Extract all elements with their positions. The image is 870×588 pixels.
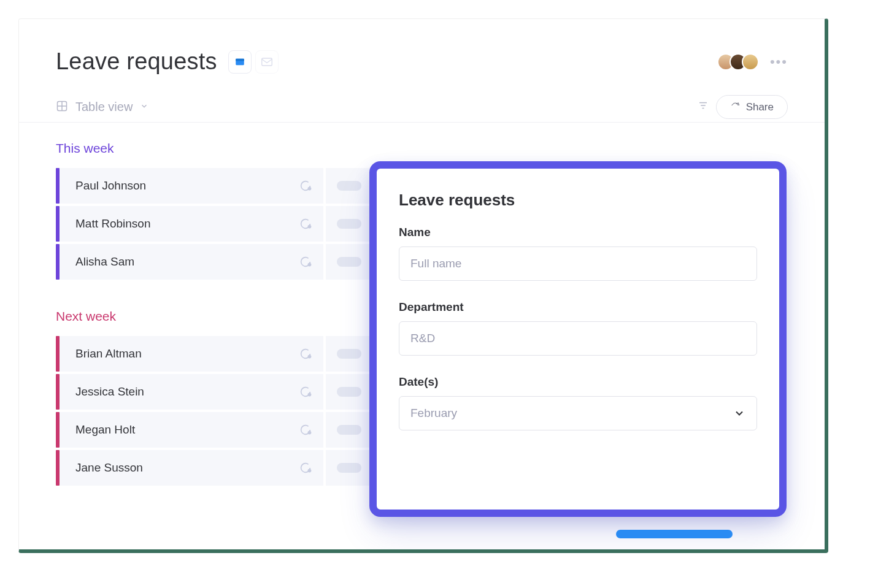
- field-name: Name Full name: [399, 226, 757, 281]
- grid-icon: [56, 100, 68, 115]
- item-name: Brian Altman: [75, 347, 142, 361]
- status-pill: [337, 219, 361, 229]
- name-cell[interactable]: Matt Robinson: [60, 206, 323, 242]
- chevron-down-icon[interactable]: [140, 102, 148, 113]
- board-header: Leave requests •••: [19, 19, 825, 75]
- status-pill: [337, 425, 361, 435]
- department-input[interactable]: R&D: [399, 321, 757, 356]
- header-icons: [228, 50, 279, 74]
- item-name: Jane Susson: [75, 461, 143, 475]
- svg-point-9: [307, 187, 311, 191]
- item-name: Paul Johnson: [75, 179, 146, 193]
- field-department: Department R&D: [399, 300, 757, 356]
- app-window: Leave requests ••• Table view: [18, 18, 828, 553]
- status-pill: [337, 181, 361, 191]
- field-label: Department: [399, 300, 757, 314]
- item-name: Megan Holt: [75, 423, 135, 437]
- field-label: Name: [399, 226, 757, 239]
- share-icon: [730, 101, 740, 113]
- chat-icon[interactable]: [299, 179, 312, 193]
- more-icon[interactable]: •••: [770, 54, 788, 70]
- input-placeholder: R&D: [410, 332, 435, 345]
- chat-icon[interactable]: [299, 423, 312, 437]
- dates-select[interactable]: February: [399, 396, 757, 430]
- svg-rect-1: [236, 58, 244, 61]
- name-cell[interactable]: Brian Altman: [60, 336, 323, 372]
- item-name: Alisha Sam: [75, 255, 134, 269]
- status-pill: [337, 257, 361, 267]
- decorative-bar: [616, 530, 733, 538]
- field-label: Date(s): [399, 375, 757, 389]
- view-selector[interactable]: Table view: [75, 100, 133, 114]
- name-cell[interactable]: Jane Susson: [60, 450, 323, 486]
- chat-icon[interactable]: [299, 461, 312, 475]
- name-cell[interactable]: Megan Holt: [60, 412, 323, 448]
- chat-icon[interactable]: [299, 347, 312, 361]
- svg-rect-2: [261, 58, 272, 66]
- name-cell[interactable]: Jessica Stein: [60, 374, 323, 410]
- chat-icon[interactable]: [299, 385, 312, 399]
- mail-icon[interactable]: [255, 50, 279, 74]
- status-pill: [337, 387, 361, 397]
- input-placeholder: Full name: [410, 257, 461, 270]
- status-pill: [337, 463, 361, 473]
- svg-point-15: [307, 469, 311, 473]
- group-title[interactable]: This week: [56, 141, 788, 156]
- svg-point-12: [307, 355, 311, 359]
- name-cell[interactable]: Alisha Sam: [60, 244, 323, 280]
- name-input[interactable]: Full name: [399, 246, 757, 281]
- item-name: Jessica Stein: [75, 385, 144, 399]
- share-button[interactable]: Share: [716, 95, 788, 119]
- chat-icon[interactable]: [299, 255, 312, 269]
- svg-point-10: [307, 225, 311, 229]
- filter-icon[interactable]: [698, 100, 709, 114]
- select-value: February: [410, 407, 457, 420]
- field-dates: Date(s) February: [399, 375, 757, 430]
- avatar[interactable]: [742, 53, 759, 71]
- share-label: Share: [746, 101, 774, 113]
- chevron-down-icon: [733, 407, 745, 419]
- name-cell[interactable]: Paul Johnson: [60, 168, 323, 204]
- svg-point-13: [307, 393, 311, 397]
- form-title: Leave requests: [399, 191, 757, 210]
- svg-point-11: [307, 263, 311, 267]
- leave-request-form: Leave requests Name Full name Department…: [369, 161, 787, 517]
- toolbar: Table view Share: [19, 75, 825, 123]
- svg-point-14: [307, 431, 311, 435]
- chat-icon[interactable]: [299, 217, 312, 231]
- status-pill: [337, 349, 361, 359]
- page-title: Leave requests: [56, 48, 217, 75]
- member-avatars[interactable]: [722, 53, 759, 71]
- board-icon[interactable]: [228, 50, 252, 74]
- item-name: Matt Robinson: [75, 217, 151, 231]
